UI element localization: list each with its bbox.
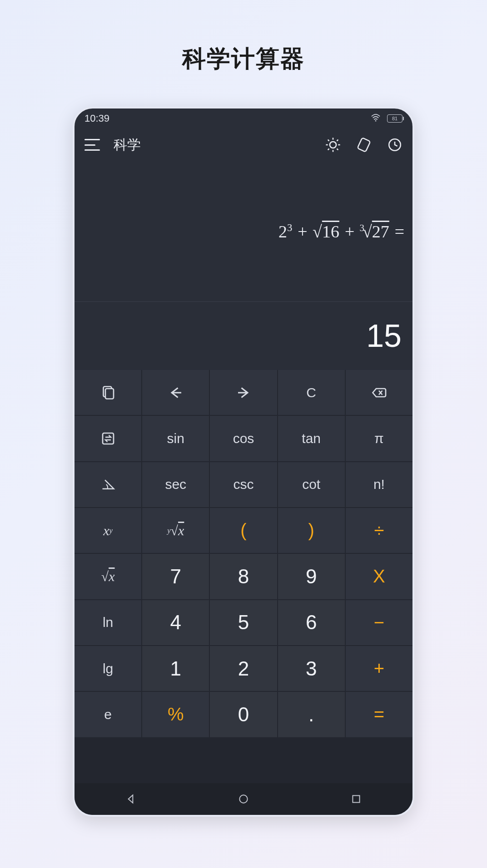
result-area: 15 (75, 302, 412, 370)
expression-text: 23 + √16 + 3√27 = (278, 222, 405, 242)
digit-5-key[interactable]: 5 (210, 600, 277, 645)
clear-key[interactable]: C (278, 370, 345, 415)
keypad: C sin cos tan π sec csc cot n! xy y√x ( … (75, 370, 412, 783)
menu-icon[interactable] (84, 139, 100, 151)
plus-key[interactable]: + (346, 646, 412, 691)
digit-3-key[interactable]: 3 (278, 646, 345, 691)
svg-rect-16 (353, 795, 359, 802)
cursor-left-key[interactable] (142, 370, 209, 415)
e-key[interactable]: e (75, 692, 141, 737)
cos-key[interactable]: cos (210, 416, 277, 461)
nav-recent-icon[interactable] (347, 790, 365, 808)
history-icon[interactable] (387, 137, 403, 153)
cursor-right-key[interactable] (210, 370, 277, 415)
phone-frame: 10:39 81 科学 23 + √16 + 3√27 = 15 (73, 107, 414, 817)
wifi-icon (371, 113, 381, 124)
status-time: 10:39 (84, 113, 109, 124)
digit-8-key[interactable]: 8 (210, 554, 277, 599)
rparen-key[interactable]: ) (278, 508, 345, 553)
angle-key[interactable] (75, 462, 141, 507)
theme-icon[interactable] (325, 137, 341, 153)
percent-key[interactable]: % (142, 692, 209, 737)
android-nav-bar (75, 783, 412, 815)
divide-key[interactable]: ÷ (346, 508, 412, 553)
sec-key[interactable]: sec (142, 462, 209, 507)
status-bar: 10:39 81 (75, 108, 412, 128)
rotate-icon[interactable] (356, 137, 372, 153)
page-title: 科学计算器 (182, 43, 305, 75)
cot-key[interactable]: cot (278, 462, 345, 507)
multiply-key[interactable]: X (346, 554, 412, 599)
battery-icon: 81 (387, 114, 403, 123)
digit-1-key[interactable]: 1 (142, 646, 209, 691)
expression-area[interactable]: 23 + √16 + 3√27 = (75, 161, 412, 302)
digit-6-key[interactable]: 6 (278, 600, 345, 645)
result-value: 15 (366, 318, 402, 354)
factorial-key[interactable]: n! (346, 462, 412, 507)
minus-key[interactable]: − (346, 600, 412, 645)
tan-key[interactable]: tan (278, 416, 345, 461)
svg-line-6 (328, 140, 329, 141)
pi-key[interactable]: π (346, 416, 412, 461)
sqrt-key[interactable]: √x (75, 554, 141, 599)
nav-back-icon[interactable] (122, 790, 140, 808)
nav-home-icon[interactable] (234, 790, 253, 808)
digit-4-key[interactable]: 4 (142, 600, 209, 645)
app-header: 科学 (75, 128, 412, 161)
power-key[interactable]: xy (75, 508, 141, 553)
backspace-key[interactable] (346, 370, 412, 415)
yroot-key[interactable]: y√x (142, 508, 209, 553)
sin-key[interactable]: sin (142, 416, 209, 461)
digit-9-key[interactable]: 9 (278, 554, 345, 599)
svg-point-1 (330, 142, 336, 148)
csc-key[interactable]: csc (210, 462, 277, 507)
svg-point-0 (375, 120, 377, 122)
svg-line-7 (337, 149, 338, 150)
ln-key[interactable]: ln (75, 600, 141, 645)
app-mode-title: 科学 (114, 136, 312, 154)
svg-rect-10 (358, 138, 371, 152)
svg-line-9 (337, 140, 338, 141)
digit-2-key[interactable]: 2 (210, 646, 277, 691)
lparen-key[interactable]: ( (210, 508, 277, 553)
lg-key[interactable]: lg (75, 646, 141, 691)
svg-line-8 (328, 149, 329, 150)
digit-0-key[interactable]: 0 (210, 692, 277, 737)
svg-rect-13 (105, 389, 114, 399)
decimal-key[interactable]: . (278, 692, 345, 737)
svg-point-15 (239, 795, 247, 803)
equals-key[interactable]: = (346, 692, 412, 737)
copy-key[interactable] (75, 370, 141, 415)
svg-rect-14 (103, 433, 114, 444)
swap-key[interactable] (75, 416, 141, 461)
digit-7-key[interactable]: 7 (142, 554, 209, 599)
